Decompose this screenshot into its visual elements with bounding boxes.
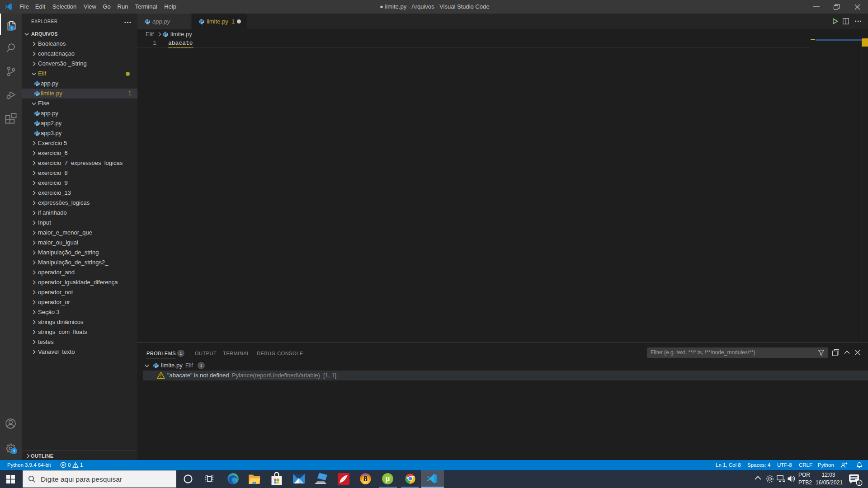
svg-text:µ: µ [386,474,390,483]
svg-text:1: 1 [858,481,860,485]
